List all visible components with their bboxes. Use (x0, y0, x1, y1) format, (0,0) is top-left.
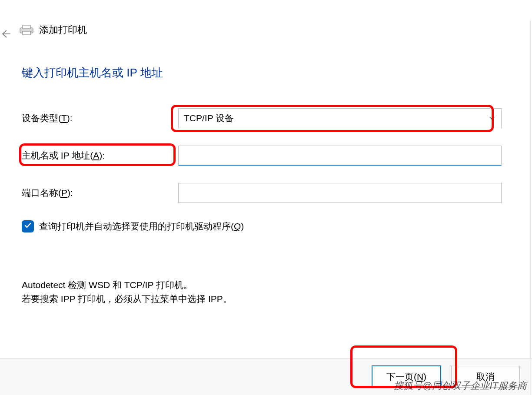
query-driver-checkbox[interactable] (22, 220, 34, 232)
watermark-text: 搜狐号@同创双子企业IT服务商 (394, 379, 527, 392)
content-area: 键入打印机主机名或 IP 地址 设备类型(T): TCP/IP 设备 主机名或 … (22, 65, 502, 232)
host-address-label: 主机名或 IP 地址(A): (22, 149, 178, 162)
close-button[interactable] (507, 1, 519, 18)
device-type-select[interactable]: TCP/IP 设备 (178, 108, 502, 128)
back-button[interactable] (0, 29, 10, 38)
port-name-input[interactable] (178, 183, 502, 203)
note-text: Autodetect 检测 WSD 和 TCP/IP 打印机。 若要搜索 IPP… (22, 278, 497, 305)
port-name-row: 端口名称(P): (22, 183, 502, 203)
chevron-down-icon (489, 113, 495, 123)
window-edge (530, 19, 531, 395)
title-row: 添加打印机 (19, 23, 87, 37)
note-line-2: 若要搜索 IPP 打印机，必须从下拉菜单中选择 IPP。 (22, 292, 497, 306)
add-printer-wizard-window: 添加打印机 键入打印机主机名或 IP 地址 设备类型(T): TCP/IP 设备… (0, 0, 532, 395)
note-line-1: Autodetect 检测 WSD 和 TCP/IP 打印机。 (22, 278, 497, 292)
wizard-title: 添加打印机 (39, 23, 87, 37)
svg-rect-1 (23, 25, 30, 29)
arrow-left-icon (0, 33, 10, 40)
host-address-input[interactable] (178, 146, 502, 166)
port-name-label: 端口名称(P): (22, 187, 178, 199)
device-type-value: TCP/IP 设备 (184, 112, 234, 124)
check-icon (24, 221, 32, 232)
svg-rect-2 (23, 31, 30, 35)
printer-icon (19, 24, 34, 36)
device-type-label: 设备类型(T): (22, 112, 178, 124)
query-driver-row: 查询打印机并自动选择要使用的打印机驱动程序(Q) (22, 220, 502, 232)
device-type-row: 设备类型(T): TCP/IP 设备 (22, 108, 502, 128)
host-address-row: 主机名或 IP 地址(A): (22, 146, 502, 166)
page-heading: 键入打印机主机名或 IP 地址 (22, 65, 502, 80)
query-driver-label: 查询打印机并自动选择要使用的打印机驱动程序(Q) (39, 220, 244, 232)
